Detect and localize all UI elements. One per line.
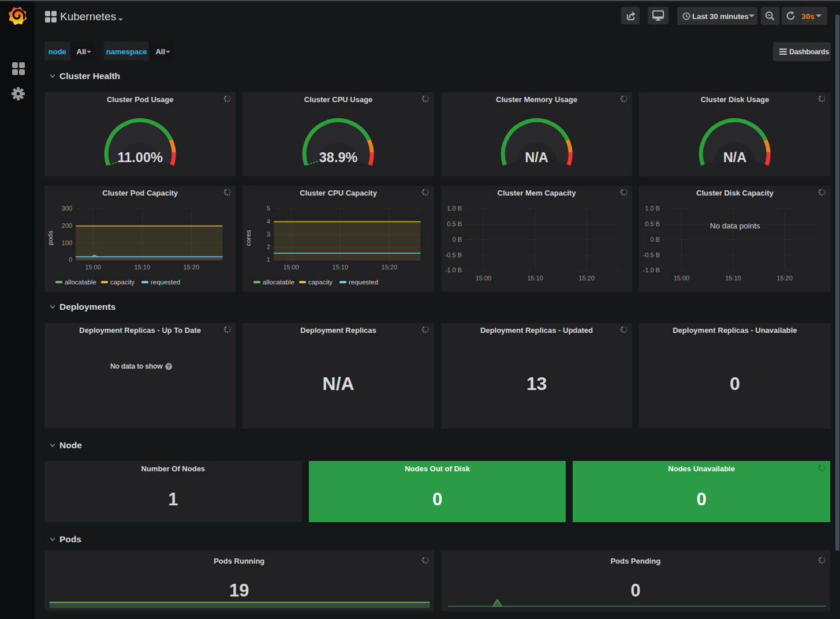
svg-text:15:10: 15:10 xyxy=(527,275,543,282)
svg-text:0.5 B: 0.5 B xyxy=(645,220,660,227)
svg-text:?: ? xyxy=(167,363,170,369)
svg-text:cores: cores xyxy=(245,230,252,246)
svg-text:capacity: capacity xyxy=(110,279,135,286)
svg-text:4: 4 xyxy=(267,218,270,225)
svg-text:1.0 B: 1.0 B xyxy=(645,205,660,212)
svg-text:0 B: 0 B xyxy=(651,236,660,243)
svg-text:capacity: capacity xyxy=(308,279,333,286)
svg-text:5: 5 xyxy=(267,205,270,212)
svg-text:-0.5 B: -0.5 B xyxy=(445,252,461,258)
svg-text:0 B: 0 B xyxy=(452,236,462,243)
svg-text:15:10: 15:10 xyxy=(135,264,151,271)
svg-text:1: 1 xyxy=(267,256,270,263)
svg-text:15:20: 15:20 xyxy=(184,264,200,271)
svg-text:15:20: 15:20 xyxy=(382,264,398,271)
svg-text:-0.5 B: -0.5 B xyxy=(643,252,660,258)
svg-text:100: 100 xyxy=(62,239,72,246)
svg-text:15:10: 15:10 xyxy=(333,264,349,271)
svg-text:-1.0 B: -1.0 B xyxy=(445,267,461,273)
svg-text:-1.0 B: -1.0 B xyxy=(643,267,660,273)
svg-text:0.5 B: 0.5 B xyxy=(447,220,462,227)
svg-text:15:00: 15:00 xyxy=(674,275,690,282)
svg-text:15:20: 15:20 xyxy=(578,275,595,282)
svg-text:0: 0 xyxy=(69,256,72,263)
svg-text:No data points: No data points xyxy=(710,222,760,231)
svg-text:15:00: 15:00 xyxy=(85,264,101,271)
svg-text:15:10: 15:10 xyxy=(725,275,741,282)
svg-text:allocatable: allocatable xyxy=(263,279,294,286)
svg-text:pods: pods xyxy=(47,231,54,245)
svg-text:15:00: 15:00 xyxy=(476,275,492,282)
svg-text:allocatable: allocatable xyxy=(65,279,96,286)
svg-text:15:00: 15:00 xyxy=(283,264,300,271)
svg-text:requested: requested xyxy=(349,279,378,286)
svg-text:15:20: 15:20 xyxy=(777,275,793,282)
svg-text:1.0 B: 1.0 B xyxy=(447,205,462,212)
svg-text:3: 3 xyxy=(267,231,270,238)
svg-text:2: 2 xyxy=(267,243,270,250)
svg-text:300: 300 xyxy=(62,205,72,212)
svg-text:200: 200 xyxy=(62,222,72,229)
svg-text:requested: requested xyxy=(151,279,180,286)
